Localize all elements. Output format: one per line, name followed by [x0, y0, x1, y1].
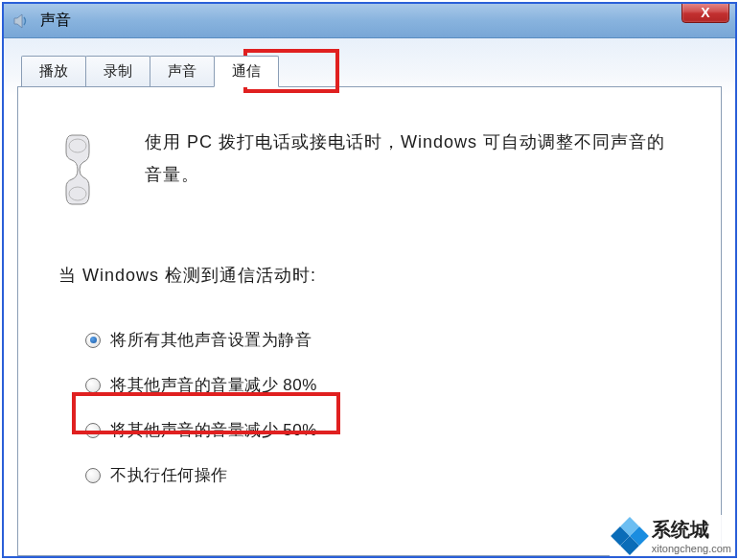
titlebar: 声音 X: [4, 4, 735, 38]
window-title: 声音: [40, 11, 729, 31]
tab-content: 使用 PC 拨打电话或接电话时，Windows 可自动调整不同声音的音量。 当 …: [17, 86, 722, 556]
radio-icon: [85, 378, 101, 393]
radio-option-reduce-50[interactable]: 将其他声音的音量减少 50%: [85, 419, 681, 441]
phone-handset-icon: [58, 126, 112, 212]
watermark: 系统城 xitongcheng.com: [610, 515, 735, 556]
tab-communications[interactable]: 通信: [214, 56, 279, 87]
radio-label: 将其他声音的音量减少 50%: [110, 419, 317, 441]
watermark-sub: xitongcheng.com: [652, 543, 731, 554]
watermark-main: 系统城: [652, 517, 731, 543]
radio-icon: [85, 423, 101, 438]
close-button[interactable]: X: [681, 2, 729, 23]
tab-recording[interactable]: 录制: [85, 56, 150, 86]
section-heading: 当 Windows 检测到通信活动时:: [58, 264, 681, 287]
radio-icon: [85, 468, 101, 483]
tab-playback[interactable]: 播放: [21, 56, 86, 86]
radio-group: 将所有其他声音设置为静音 将其他声音的音量减少 80% 将其他声音的音量减少 5…: [58, 329, 681, 486]
window-body: 播放 录制 声音 通信 使用 PC 拨打电话或接电话时，Windows 可自动调…: [4, 38, 735, 556]
watermark-logo-icon: [613, 520, 646, 552]
radio-option-do-nothing[interactable]: 不执行任何操作: [85, 464, 681, 486]
radio-option-mute-all[interactable]: 将所有其他声音设置为静音: [85, 329, 681, 351]
tab-sounds[interactable]: 声音: [150, 56, 215, 86]
radio-label: 将其他声音的音量减少 80%: [110, 374, 317, 396]
radio-label: 将所有其他声音设置为静音: [110, 329, 312, 351]
tab-bar: 播放 录制 声音 通信: [21, 56, 722, 86]
close-icon: X: [701, 5, 709, 20]
radio-label: 不执行任何操作: [110, 464, 228, 486]
speaker-icon: [10, 10, 33, 33]
description-text: 使用 PC 拨打电话或接电话时，Windows 可自动调整不同声音的音量。: [145, 126, 681, 191]
radio-icon: [85, 333, 101, 348]
radio-option-reduce-80[interactable]: 将其他声音的音量减少 80%: [85, 374, 681, 396]
